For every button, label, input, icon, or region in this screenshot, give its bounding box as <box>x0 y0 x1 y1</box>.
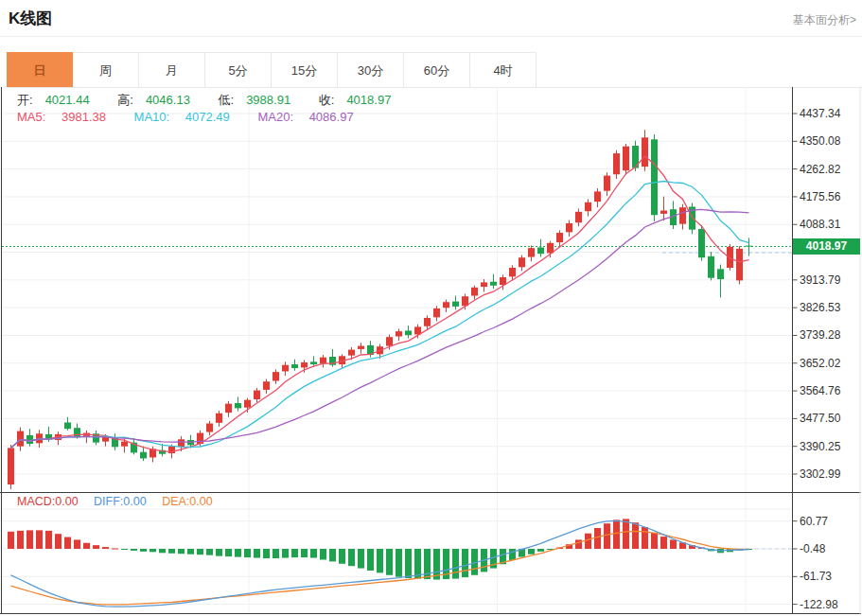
price-tick-label: 3390.25 <box>800 440 856 453</box>
ma10-value: MA10: 4072.49 <box>134 110 242 124</box>
macd-tick-label: -61.73 <box>800 570 856 583</box>
close-label: 收:4018.97 <box>319 93 404 107</box>
high-label: 高:4046.13 <box>117 93 202 107</box>
dea-value: DEA:0.00 <box>162 495 213 508</box>
ma20-value: MA20: 4086.97 <box>257 110 365 124</box>
candles <box>8 130 752 489</box>
open-value: 4021.44 <box>45 93 90 107</box>
ma5-value: MA5: 3981.38 <box>17 110 118 124</box>
price-tick-label: 4437.34 <box>800 107 856 120</box>
price-tick-label: 3826.53 <box>800 301 856 314</box>
macd-value: MACD:0.00 <box>17 495 79 508</box>
close-value: 4018.97 <box>346 93 391 107</box>
macd-tick-label: 60.77 <box>800 515 856 528</box>
price-tick-label: 4262.82 <box>800 163 856 176</box>
macd-readout: MACD:0.00 DIFF:0.00 DEA:0.00 <box>17 495 225 508</box>
pane-borders <box>0 87 861 614</box>
price-tick-label: 3302.99 <box>800 467 856 481</box>
ma10-line <box>11 182 749 449</box>
ma5-line <box>11 156 749 452</box>
ma20-line <box>11 209 749 448</box>
price-tick-label: 4175.56 <box>800 190 856 203</box>
grid-lines <box>2 87 793 614</box>
open-label: 开:4021.44 <box>17 93 102 107</box>
low-value: 3988.91 <box>246 93 290 107</box>
macd-tick-label: -0.48 <box>800 542 856 555</box>
price-tick-label: 3913.79 <box>800 273 856 287</box>
macd-tick-label: -122.98 <box>800 598 856 611</box>
price-tick-label: 3739.28 <box>800 328 856 342</box>
diff-value: DIFF:0.00 <box>94 495 147 508</box>
ma-readout: MA5: 3981.38 MA10: 4072.49 MA20: 4086.97 <box>17 110 378 124</box>
current-price-badge: 4018.97 <box>793 238 860 255</box>
low-label: 低:3988.91 <box>219 93 304 107</box>
high-value: 4046.13 <box>146 93 190 107</box>
price-tick-label: 4088.31 <box>800 218 856 231</box>
ohlc-readout: 开:4021.44 高:4046.13 低:3988.91 收:4018.97 <box>17 92 415 109</box>
price-tick-label: 4350.08 <box>800 134 856 148</box>
price-tick-label: 3652.02 <box>800 357 856 370</box>
price-tick-label: 3564.76 <box>800 384 856 397</box>
price-tick-label: 3477.50 <box>800 412 856 425</box>
